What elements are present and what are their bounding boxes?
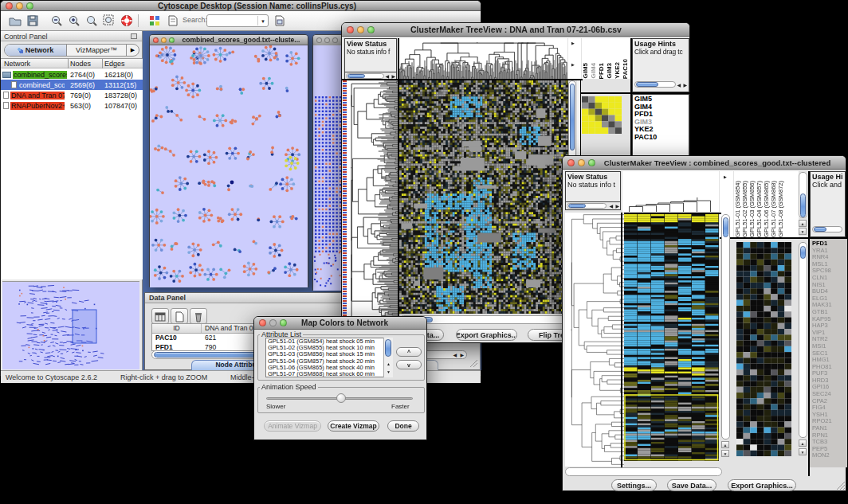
- zoom-down-icon[interactable]: ▼: [799, 448, 807, 455]
- heat-up-icon[interactable]: ▲: [721, 441, 729, 448]
- search-input[interactable]: ▼: [206, 14, 269, 27]
- tv2-gene-list[interactable]: PFD1YRA1RNR4MSL1SPC98CLN1NIS1BUD4ELG1MAK…: [810, 239, 847, 467]
- resize-grip-icon[interactable]: [836, 481, 846, 490]
- done-button[interactable]: Done: [387, 420, 419, 432]
- treeview2-titlebar[interactable]: ClusterMaker TreeView : combined_scores_…: [563, 156, 846, 170]
- dialog-titlebar[interactable]: Map Colors to Network: [254, 317, 426, 330]
- heat-down-icon[interactable]: ▼: [721, 450, 729, 457]
- list-down-icon[interactable]: ▼: [387, 369, 391, 374]
- zoom-window-icon[interactable]: [588, 159, 595, 166]
- minimize-icon[interactable]: [16, 2, 23, 10]
- tv2-vscroll-thumb[interactable]: [723, 217, 728, 237]
- close-icon[interactable]: [153, 37, 159, 43]
- minimize-icon[interactable]: [578, 159, 585, 166]
- zoom-window-icon[interactable]: [26, 2, 33, 10]
- close-icon[interactable]: [347, 26, 354, 33]
- zoom-fit-icon[interactable]: [103, 14, 116, 27]
- tv2-save-data-button[interactable]: Save Data...: [667, 479, 716, 491]
- help-icon[interactable]: [120, 14, 133, 27]
- tv2-zoom-heatmap[interactable]: [736, 242, 791, 456]
- zoom-selection-icon[interactable]: [85, 14, 98, 27]
- control-panel: Control Panel Network VizMapper™ ▶ Netwo…: [1, 31, 143, 370]
- tv1-heatmap[interactable]: [399, 80, 568, 314]
- zoom-window-icon[interactable]: [169, 37, 175, 43]
- zoom-in-icon[interactable]: [68, 14, 80, 27]
- create-vizmap-button[interactable]: Create Vizmap: [328, 420, 379, 432]
- network-name: combined_sco: [18, 81, 65, 89]
- tv2-hints-hscroll[interactable]: [812, 226, 842, 232]
- tv2-settings-button[interactable]: Settings...: [611, 479, 657, 491]
- tv2-row-dendrogram[interactable]: [565, 213, 624, 467]
- col-network: Network: [4, 60, 30, 68]
- close-icon[interactable]: [259, 319, 266, 326]
- labels-up-icon[interactable]: ▲: [799, 220, 807, 227]
- slider-thumb[interactable]: [336, 393, 346, 403]
- status-mid: Right-click + drag to ZOOM: [120, 373, 207, 381]
- network-row[interactable]: combined_scores2764(0)16218(0): [1, 69, 143, 80]
- tv2-heat-hscroll[interactable]: [565, 467, 722, 476]
- treeview1-titlebar[interactable]: ClusterMaker TreeView : DNA and Tran 07-…: [342, 23, 689, 37]
- list-up-icon[interactable]: ▲: [387, 361, 391, 366]
- animate-vizmap-button[interactable]: Animate Vizmap: [264, 420, 321, 432]
- minimize-icon[interactable]: [269, 319, 277, 326]
- attribute-item[interactable]: GPL51-07 (GSM868) heat shock 60 min: [268, 371, 392, 377]
- search-dropdown-icon[interactable]: ▼: [261, 19, 265, 24]
- new-attr-button[interactable]: [171, 308, 188, 324]
- network-overview[interactable]: [2, 281, 139, 369]
- tv2-labels-vscroll[interactable]: [799, 172, 807, 218]
- save-icon[interactable]: [26, 14, 39, 27]
- tv2-heatmap[interactable]: [624, 214, 719, 461]
- tv1-vscroll-thumb[interactable]: [570, 84, 575, 150]
- delete-attr-button[interactable]: [190, 308, 207, 324]
- network-view-window[interactable]: combined_scores_good.txt--cluste...: [149, 34, 308, 287]
- tv1-status-hscroll[interactable]: [346, 73, 384, 79]
- zoom-out-icon[interactable]: [50, 14, 63, 27]
- zoom-up-icon[interactable]: ▲: [799, 440, 807, 447]
- tv2-col-label: GPL51-08 (GSM872): [777, 181, 784, 237]
- network-row[interactable]: RNAPuberNov2+563(0)107847(0): [1, 100, 143, 111]
- tv2-zoom-vscroll[interactable]: [799, 242, 807, 438]
- tv2-column-dendrogram[interactable]: [622, 171, 719, 212]
- network-edges: 16218(0): [104, 71, 133, 79]
- treeview2-window: ClusterMaker TreeView : combined_scores_…: [562, 155, 846, 491]
- tv1-row-dendrogram[interactable]: [347, 80, 398, 326]
- resize-grip-icon[interactable]: [469, 359, 478, 368]
- tv2-heat-vscroll[interactable]: [721, 214, 730, 440]
- minimize-icon[interactable]: [357, 26, 364, 33]
- network-row[interactable]: combined_sco2569(6)13112(15): [1, 80, 143, 90]
- attribute-list[interactable]: GPL51-01 (GSM854) heat shock 05 minGPL51…: [265, 338, 393, 377]
- labels-down-icon[interactable]: ▼: [799, 228, 807, 235]
- close-icon[interactable]: [6, 2, 13, 10]
- tab-network[interactable]: Network: [5, 45, 67, 56]
- attr-id: PAC10: [152, 334, 202, 343]
- move-down-button[interactable]: v: [396, 360, 422, 369]
- vizmap-icon[interactable]: [148, 14, 161, 27]
- zoom-window-icon[interactable]: [280, 319, 287, 326]
- minimize-icon[interactable]: [161, 37, 167, 43]
- tv2-status-hscroll[interactable]: [567, 203, 607, 209]
- zoom-window-icon[interactable]: [367, 26, 375, 33]
- tv1-view-status: View Status No status info f: [344, 38, 397, 72]
- tv1-mini-heatmap[interactable]: [582, 96, 622, 134]
- scroll-left-icon[interactable]: ◀: [453, 353, 457, 357]
- tv1-hints-hscroll[interactable]: [634, 81, 676, 88]
- tv1-col-label: YKE2: [614, 62, 621, 79]
- treeview1-title: ClusterMaker TreeView : DNA and Tran 07-…: [375, 25, 658, 34]
- float-panel-icon[interactable]: [131, 33, 137, 39]
- list-vscroll-thumb[interactable]: [385, 339, 391, 357]
- tv1-column-dendrogram[interactable]: [398, 38, 567, 79]
- scroll-right-icon[interactable]: ▶: [460, 353, 464, 357]
- tv2-export-graphics-button[interactable]: Export Graphics...: [728, 479, 796, 491]
- tv1-export-graphics-button[interactable]: Export Graphics...: [456, 329, 517, 341]
- move-up-button[interactable]: ^: [396, 347, 422, 357]
- close-icon[interactable]: [567, 159, 575, 166]
- cytoscape-titlebar[interactable]: Cytoscape Desktop (Session Name: collins…: [1, 1, 481, 11]
- network-row[interactable]: DNA and Tran 07769(0)183728(0): [1, 90, 143, 100]
- annotation-icon[interactable]: [167, 14, 179, 27]
- tab-vizmapper[interactable]: VizMapper™: [67, 45, 126, 56]
- tab-overflow-icon[interactable]: ▶: [126, 45, 139, 56]
- attr-select-button[interactable]: [151, 308, 169, 324]
- open-icon[interactable]: [9, 14, 22, 27]
- network-view-canvas[interactable]: [150, 45, 308, 287]
- table-import-icon[interactable]: [273, 14, 286, 27]
